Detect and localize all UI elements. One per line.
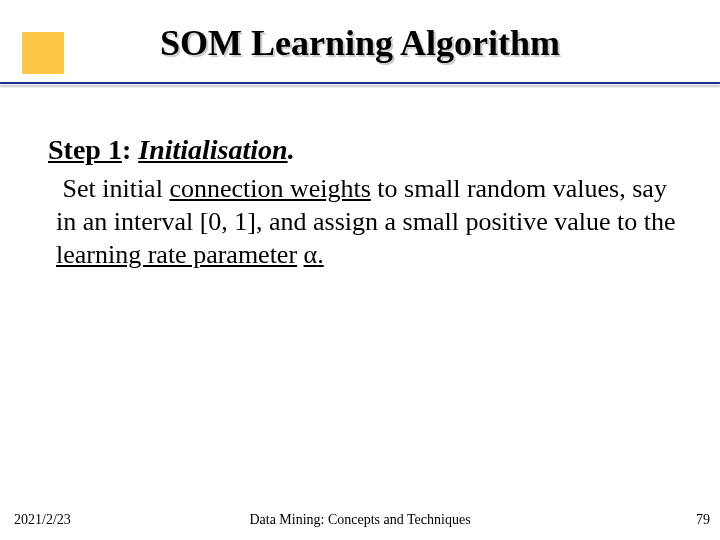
step-dot: . [288,134,295,165]
step-heading: Step 1: Initialisation. [48,132,682,168]
footer-date: 2021/2/23 [14,512,71,528]
footer-center: Data Mining: Concepts and Techniques [249,512,470,528]
title-underline [0,82,720,84]
text-connection-weights: connection weights [169,174,370,203]
step-label: Step 1 [48,134,122,165]
title-area: SOM Learning Algorithm [0,0,720,84]
slide: SOM Learning Algorithm Step 1: Initialis… [0,0,720,540]
slide-title: SOM Learning Algorithm [40,22,680,64]
text-learning-rate: learning rate parameter [56,240,297,269]
step-colon: : [122,134,131,165]
step-name: Initialisation [138,134,287,165]
alpha-symbol: α [304,240,318,269]
text-lead: Set initial [63,174,170,203]
text-tail: . [317,240,324,269]
slide-body: Step 1: Initialisation. Set initial conn… [0,84,720,272]
step-paragraph: Set initial connection weights to small … [48,172,682,272]
footer-page-number: 79 [696,512,710,528]
